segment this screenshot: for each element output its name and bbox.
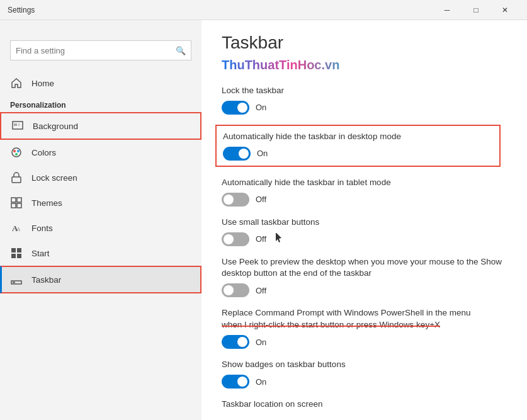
watermark: ThuThuatTinHoc.vn	[222, 58, 507, 72]
sidebar-item-themes-label: Themes	[31, 198, 62, 208]
sidebar-item-home[interactable]: Home	[0, 71, 201, 96]
setting-peek: Use Peek to preview the desktop when you…	[222, 256, 507, 298]
setting-location-label: Taskbar location on screen	[222, 399, 507, 411]
toggle-knob	[224, 285, 234, 295]
svg-rect-16	[11, 254, 16, 258]
svg-rect-15	[17, 248, 21, 253]
sidebar-item-colors-label: Colors	[31, 148, 56, 157]
sidebar-item-fonts-label: Fonts	[31, 224, 53, 233]
toggle-knob	[224, 195, 234, 205]
sidebar-item-taskbar-label: Taskbar	[31, 275, 61, 285]
minimize-button[interactable]: ─	[433, 0, 462, 20]
content-area: Taskbar ThuThuatTinHoc.vn Lock the taskb…	[201, 20, 527, 420]
setting-badges: Show badges on taskbar buttons On	[222, 359, 507, 389]
sidebar-item-themes[interactable]: Themes	[0, 190, 201, 215]
themes-icon	[10, 196, 23, 209]
setting-replace-cmd: Replace Command Prompt with Windows Powe…	[222, 307, 507, 349]
setting-replace-cmd-label: Replace Command Prompt with Windows Powe…	[222, 307, 507, 331]
page-title: Taskbar	[222, 33, 507, 53]
toggle-row-auto-hide-tablet: Off	[222, 193, 507, 207]
personalization-section-label: Personalization	[0, 96, 201, 112]
toggle-knob	[239, 149, 249, 159]
close-button[interactable]: ✕	[490, 0, 519, 20]
sidebar-item-background-label: Background	[33, 122, 78, 131]
toggle-row-auto-hide-desktop: On	[223, 147, 493, 161]
toggle-auto-hide-desktop[interactable]	[223, 147, 251, 161]
toggle-knob	[237, 337, 247, 347]
toggle-replace-cmd[interactable]	[222, 335, 249, 349]
start-icon	[10, 247, 23, 259]
toggle-badges-text: On	[256, 377, 266, 387]
toggle-row-small-buttons: Off	[222, 232, 507, 246]
svg-point-4	[13, 150, 16, 152]
toggle-peek[interactable]	[222, 283, 249, 297]
sidebar-header	[0, 20, 201, 35]
search-box[interactable]: 🔍	[10, 40, 191, 60]
setting-auto-hide-tablet: Automatically hide the taskbar in tablet…	[222, 177, 507, 207]
sidebar-item-background[interactable]: Background ➜	[0, 112, 201, 140]
sidebar-item-colors[interactable]: Colors	[0, 140, 201, 165]
setting-auto-hide-desktop-label: Automatically hide the taskbar in deskto…	[223, 131, 493, 143]
svg-rect-17	[17, 254, 21, 258]
toggle-auto-hide-tablet[interactable]	[222, 193, 249, 207]
setting-badges-label: Show badges on taskbar buttons	[222, 359, 507, 371]
sidebar-item-home-label: Home	[31, 79, 54, 88]
svg-rect-14	[11, 248, 16, 253]
toggle-row-peek: Off	[222, 283, 507, 297]
svg-rect-19	[13, 282, 15, 283]
fonts-icon: A A	[10, 222, 23, 234]
cursor-icon	[275, 232, 283, 246]
toggle-replace-cmd-text: On	[256, 338, 266, 347]
svg-rect-11	[17, 203, 21, 208]
toggle-knob	[237, 103, 247, 113]
sidebar-item-start[interactable]: Start	[0, 241, 201, 266]
replace-cmd-text2: when I right-click the start button or p…	[222, 319, 440, 331]
toggle-small-buttons[interactable]	[222, 232, 249, 246]
maximize-button[interactable]: □	[462, 0, 490, 20]
setting-auto-hide-desktop: Automatically hide the taskbar in deskto…	[215, 125, 501, 167]
svg-rect-8	[11, 198, 16, 202]
toggle-lock-taskbar-text: On	[256, 103, 266, 112]
sidebar-item-fonts[interactable]: A A Fonts	[0, 215, 201, 241]
sidebar: 🔍 Home Personalization Background	[0, 20, 201, 420]
toggle-knob	[237, 377, 247, 387]
toggle-small-buttons-text: Off	[256, 234, 266, 244]
sidebar-item-lockscreen-label: Lock screen	[31, 173, 77, 183]
sidebar-item-start-label: Start	[31, 249, 50, 258]
toggle-lock-taskbar[interactable]	[222, 101, 249, 115]
setting-lock-taskbar-label: Lock the taskbar	[222, 85, 507, 97]
home-icon	[10, 77, 23, 89]
svg-point-6	[15, 153, 18, 156]
svg-text:A: A	[16, 226, 21, 232]
toggle-auto-hide-tablet-text: Off	[256, 195, 266, 204]
toggle-row-badges: On	[222, 375, 507, 389]
setting-peek-label: Use Peek to preview the desktop when you…	[222, 256, 507, 280]
setting-small-buttons-label: Use small taskbar buttons	[222, 217, 507, 229]
svg-rect-7	[12, 177, 21, 183]
app-title: Settings	[8, 6, 35, 14]
svg-point-5	[17, 150, 20, 152]
toggle-badges[interactable]	[222, 375, 249, 389]
sidebar-item-lockscreen[interactable]: Lock screen	[0, 165, 201, 190]
search-icon: 🔍	[176, 46, 186, 55]
setting-auto-hide-tablet-label: Automatically hide the taskbar in tablet…	[222, 177, 507, 189]
toggle-peek-text: Off	[256, 286, 266, 295]
sidebar-item-taskbar[interactable]: Taskbar	[0, 266, 201, 293]
background-icon	[11, 120, 24, 132]
replace-cmd-text: Replace Command Prompt with Windows Powe…	[222, 308, 470, 317]
window-controls: ─ □ ✕	[433, 0, 519, 20]
svg-rect-9	[17, 198, 21, 202]
colors-icon	[10, 146, 23, 159]
setting-location: Taskbar location on screen	[222, 399, 507, 411]
toggle-knob	[224, 234, 234, 244]
svg-point-2	[18, 123, 20, 126]
toggle-auto-hide-desktop-text: On	[257, 149, 268, 158]
setting-small-buttons: Use small taskbar buttons Off	[222, 217, 507, 246]
title-bar: Settings ─ □ ✕	[0, 0, 527, 20]
setting-lock-taskbar: Lock the taskbar On	[222, 85, 507, 115]
taskbar-icon	[10, 273, 23, 286]
strikethrough-line	[222, 326, 440, 327]
lockscreen-icon	[10, 171, 23, 184]
search-input[interactable]	[16, 46, 176, 55]
toggle-row-lock: On	[222, 101, 507, 115]
